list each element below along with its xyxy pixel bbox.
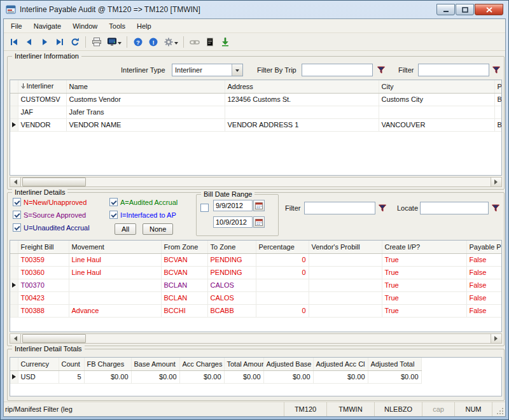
filter-by-trip-input[interactable]: [302, 64, 373, 76]
link-button[interactable]: [187, 35, 202, 49]
col-create-ip[interactable]: Create I/P?: [382, 241, 466, 253]
table-row[interactable]: CUSTOMSV Customs Vendor 123456 Customs S…: [10, 93, 502, 106]
scroll-thumb[interactable]: [22, 178, 86, 186]
toolbar-separator: [183, 36, 184, 48]
col-adjusted-base[interactable]: Adjusted Base: [263, 358, 313, 370]
detail-filter-funnel-icon[interactable]: [377, 202, 388, 214]
menu-tools[interactable]: Tools: [103, 21, 131, 31]
first-record-button[interactable]: [6, 35, 21, 49]
menu-window[interactable]: Window: [67, 21, 103, 31]
details-horizontal-scrollbar[interactable]: [10, 333, 502, 344]
scroll-left-button[interactable]: [10, 334, 21, 343]
table-row-selected[interactable]: USD 5 $0.00 $0.00 $0.00 $0.00 $0.00 $0.0…: [10, 370, 421, 383]
help-button[interactable]: ?: [130, 35, 145, 49]
bill-date-from-calendar-button[interactable]: [253, 200, 265, 211]
maximize-button[interactable]: [456, 4, 474, 15]
scroll-track[interactable]: [21, 178, 491, 186]
checkbox-icon[interactable]: [13, 211, 21, 219]
col-vendors-probill[interactable]: Vendor's Probill: [309, 241, 382, 253]
info-filter-input[interactable]: [418, 64, 489, 76]
status-checkbox-audited[interactable]: A=Audited Accrual: [109, 198, 178, 206]
group-title: Interliner Detail Totals: [12, 345, 85, 353]
col-address[interactable]: Address: [225, 80, 379, 93]
col-adjusted-total[interactable]: Adjusted Total: [368, 358, 421, 370]
trip-filter-funnel-icon[interactable]: [375, 64, 387, 76]
table-row[interactable]: T00360 Line Haul BCVAN PENDING 0 True Fa…: [10, 266, 502, 279]
col-count[interactable]: Count: [59, 358, 84, 370]
col-base-amount[interactable]: Base Amount: [131, 358, 179, 370]
totals-grid: Currency Count FB Charges Base Amount Ac…: [10, 357, 502, 396]
svg-text:?: ?: [136, 38, 140, 45]
scroll-thumb[interactable]: [22, 334, 86, 343]
detail-filter-input[interactable]: [304, 202, 375, 214]
col-freight-bill[interactable]: Freight Bill: [18, 241, 69, 253]
status-checkbox-unaudited[interactable]: U=Unaudited Accrual: [13, 223, 90, 232]
combo-value: Interliner: [172, 66, 232, 74]
info-horizontal-scrollbar[interactable]: [10, 177, 502, 187]
checkbox-icon[interactable]: [109, 198, 118, 206]
col-total-amount[interactable]: Total Amoun: [224, 358, 263, 370]
col-from-zone[interactable]: From Zone: [161, 241, 207, 253]
scroll-track[interactable]: [21, 334, 491, 343]
refresh-button[interactable]: [67, 35, 82, 49]
scroll-right-button[interactable]: [491, 334, 501, 343]
row-pointer-icon: [12, 283, 16, 288]
col-interliner[interactable]: Interliner: [18, 80, 66, 93]
about-button[interactable]: !: [146, 35, 160, 49]
scroll-right-button[interactable]: [491, 178, 501, 186]
resize-grip[interactable]: [492, 402, 505, 416]
locate-funnel-icon[interactable]: [490, 202, 501, 214]
interliner-type-combobox[interactable]: Interliner: [172, 64, 243, 76]
scroll-left-button[interactable]: [10, 178, 21, 186]
menu-help[interactable]: Help: [131, 21, 157, 31]
col-prov[interactable]: Prov: [494, 80, 502, 93]
status-checkbox-interfaced[interactable]: I=Interfaced to AP: [109, 211, 176, 219]
export-button[interactable]: [218, 35, 232, 49]
none-button[interactable]: None: [143, 223, 173, 235]
checkbox-icon[interactable]: [13, 223, 21, 232]
all-button[interactable]: All: [115, 223, 136, 235]
checkbox-icon[interactable]: [13, 198, 21, 206]
last-record-button[interactable]: [52, 35, 67, 49]
menu-navigate[interactable]: Navigate: [28, 21, 67, 31]
col-adjusted-acc[interactable]: Adjusted Acc Cl: [313, 358, 368, 370]
bill-date-range-group: Bill Date Range: [196, 194, 279, 236]
col-name[interactable]: Name: [66, 80, 225, 93]
print-button[interactable]: [89, 35, 104, 49]
bill-date-to-calendar-button[interactable]: [253, 216, 265, 228]
bill-date-from-input[interactable]: [213, 200, 253, 211]
col-acc-charges[interactable]: Acc Charges: [179, 358, 224, 370]
table-row-selected[interactable]: T00370 BCLAN CALOS True False: [10, 279, 502, 291]
table-row-selected[interactable]: VENDOR VENDOR NAME VENDOR ADDRESS 1 VANC…: [10, 118, 502, 131]
menu-file[interactable]: File: [5, 21, 28, 31]
next-record-button[interactable]: [37, 35, 52, 49]
locate-input[interactable]: [420, 202, 489, 214]
col-city[interactable]: City: [379, 80, 494, 93]
table-row[interactable]: JAF Jafer Trans: [10, 106, 502, 118]
table-row[interactable]: T00423 BCLAN CALOS True False: [10, 291, 502, 304]
settings-button[interactable]: [161, 35, 180, 49]
attachment-button[interactable]: [202, 35, 217, 49]
bill-date-to-input[interactable]: [213, 216, 253, 228]
col-movement[interactable]: Movement: [69, 241, 161, 253]
prior-record-button[interactable]: [22, 35, 36, 49]
bill-date-range-checkbox[interactable]: [200, 204, 209, 212]
col-to-zone[interactable]: To Zone: [207, 241, 256, 253]
info-filter-funnel-icon[interactable]: [491, 64, 502, 76]
checkbox-icon[interactable]: [109, 211, 118, 219]
interliner-detail-totals-group: Interliner Detail Totals Currency Count …: [7, 349, 505, 401]
toolbar-separator: [127, 36, 127, 48]
close-button[interactable]: [475, 4, 503, 15]
screen-view-button[interactable]: [104, 35, 123, 49]
col-fb-charges[interactable]: FB Charges: [84, 358, 131, 370]
col-currency[interactable]: Currency: [18, 358, 59, 370]
status-checkbox-source[interactable]: S=Source Approved: [13, 211, 86, 219]
table-row[interactable]: T00359 Line Haul BCVAN PENDING 0 True Fa…: [10, 253, 502, 266]
table-row[interactable]: T00388 Advance BCCHI BCABB 0 True False: [10, 304, 502, 317]
col-payable-pro[interactable]: Payable Pro: [466, 241, 502, 253]
col-percentage[interactable]: Percentage: [256, 241, 309, 253]
combo-dropdown-button[interactable]: [232, 64, 242, 76]
status-checkbox-new[interactable]: N=New/Unapproved: [13, 198, 87, 206]
detail-filter-label: Filter: [285, 204, 300, 212]
minimize-button[interactable]: [436, 4, 455, 15]
